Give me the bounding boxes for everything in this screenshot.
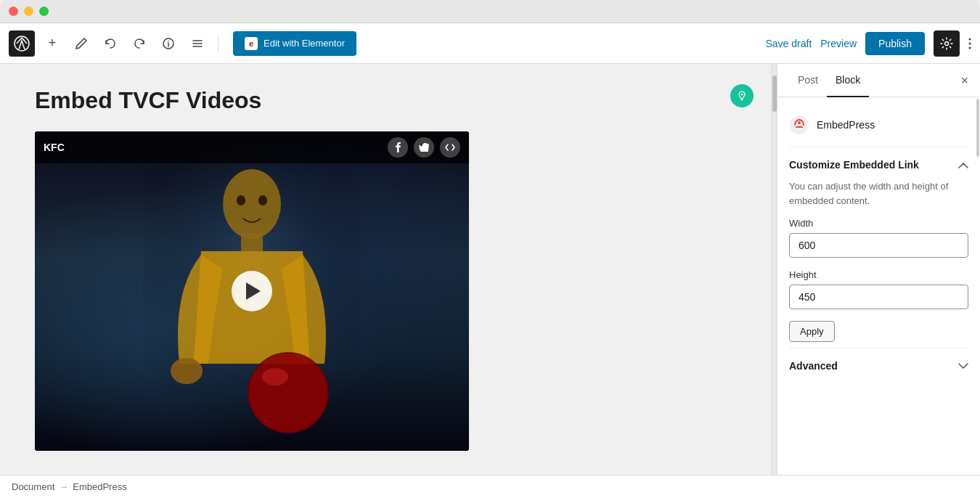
section-header: Customize Embedded Link (789, 159, 968, 171)
preview-button[interactable]: Preview (820, 38, 857, 49)
section-collapse-button[interactable] (958, 159, 968, 171)
svg-point-10 (969, 46, 971, 49)
info-icon (162, 37, 175, 50)
editor-scrollbar[interactable] (771, 64, 777, 475)
play-icon (246, 282, 261, 300)
width-label: Width (789, 218, 968, 229)
facebook-share-icon[interactable] (388, 137, 408, 158)
apply-button[interactable]: Apply (789, 321, 835, 342)
facebook-icon (393, 142, 402, 152)
svg-point-13 (223, 169, 281, 239)
advanced-section: Advanced (789, 348, 968, 375)
post-title: Embed TVCF Videos (35, 87, 736, 114)
grammarly-icon (736, 90, 748, 102)
video-thumbnail (35, 131, 469, 451)
close-window-btn[interactable] (9, 7, 18, 16)
elementor-icon: e (245, 37, 258, 50)
video-embed: KFC (35, 131, 469, 451)
sidebar-tabs: Post Block × (777, 64, 980, 97)
twitter-icon (419, 143, 429, 152)
wp-logo (9, 30, 35, 57)
save-draft-button[interactable]: Save draft (765, 38, 812, 49)
svg-point-22 (798, 121, 801, 124)
plugin-breadcrumb: EmbedPress (73, 481, 126, 492)
list-view-button[interactable] (186, 32, 209, 55)
tab-block[interactable]: Block (827, 64, 869, 97)
embedpress-label: EmbedPress (817, 119, 875, 131)
editor-scroll-thumb (772, 75, 777, 112)
settings-icon (940, 37, 953, 50)
more-options-button[interactable] (968, 37, 971, 50)
height-input[interactable] (789, 285, 968, 309)
elementor-button-label: Edit with Elementor (264, 38, 345, 49)
width-input[interactable] (789, 233, 968, 258)
sidebar-scroll-content: EmbedPress Customize Embedded Link You c… (777, 97, 980, 475)
redo-icon (133, 37, 146, 50)
svg-point-9 (969, 42, 971, 44)
embedpress-header: EmbedPress (789, 109, 968, 147)
redo-button[interactable] (128, 32, 151, 55)
bottom-bar: Document → EmbedPress (0, 475, 980, 498)
breadcrumb-separator: → (59, 481, 68, 492)
advanced-header[interactable]: Advanced (789, 357, 968, 375)
more-icon (968, 37, 971, 50)
sidebar-close-button[interactable]: × (960, 74, 968, 87)
video-social-icons (388, 137, 460, 158)
block-sidebar: Post Block × EmbedPress (777, 64, 980, 475)
embedpress-icon (789, 115, 809, 135)
grammarly-button[interactable] (730, 84, 754, 107)
sidebar-scrollbar[interactable] (976, 64, 980, 475)
edit-with-elementor-button[interactable]: e Edit with Elementor (233, 31, 356, 56)
pen-icon (75, 37, 88, 50)
twitter-share-icon[interactable] (414, 137, 434, 158)
chevron-up-icon (958, 163, 968, 168)
height-label: Height (789, 269, 968, 280)
toolbar-separator (218, 35, 219, 52)
svg-point-3 (168, 40, 169, 41)
advanced-title: Advanced (789, 360, 838, 372)
document-label: Document (12, 481, 54, 492)
svg-point-11 (741, 94, 743, 96)
pen-button[interactable] (70, 32, 93, 55)
width-field-group: Width (789, 218, 968, 258)
toolbar: + (0, 23, 980, 64)
list-icon (191, 37, 204, 50)
svg-point-15 (171, 358, 203, 384)
svg-point-19 (237, 195, 245, 205)
minimize-window-btn[interactable] (24, 7, 33, 16)
chevron-down-icon (958, 363, 968, 369)
section-title: Customize Embedded Link (789, 159, 919, 171)
maximize-window-btn[interactable] (39, 7, 49, 16)
svg-point-7 (945, 41, 949, 45)
svg-point-8 (969, 38, 971, 40)
add-block-button[interactable]: + (41, 32, 64, 55)
editor-area: Embed TVCF Videos (0, 64, 771, 475)
play-button[interactable] (232, 271, 272, 311)
customize-section: Customize Embedded Link You can adjust t… (789, 159, 968, 342)
undo-icon (104, 37, 117, 50)
toolbar-right: Save draft Preview Publish (765, 30, 971, 57)
svg-point-20 (258, 195, 267, 205)
embed-code-icon[interactable] (440, 137, 460, 158)
content-area: Embed TVCF Videos (0, 64, 980, 475)
info-button[interactable] (157, 32, 180, 55)
window-chrome (0, 0, 980, 23)
publish-button[interactable]: Publish (865, 32, 925, 55)
svg-rect-14 (241, 233, 263, 251)
svg-point-21 (790, 115, 809, 134)
undo-button[interactable] (99, 32, 122, 55)
tab-post[interactable]: Post (789, 64, 827, 97)
section-description: You can adjust the width and height of e… (789, 179, 968, 208)
app: + (0, 23, 980, 498)
video-header: KFC (35, 131, 469, 163)
video-title: KFC (44, 142, 65, 153)
settings-button[interactable] (934, 30, 960, 57)
sidebar-scroll-thumb (976, 99, 979, 157)
code-icon (445, 144, 455, 151)
svg-point-18 (262, 368, 288, 385)
height-field-group: Height (789, 269, 968, 309)
